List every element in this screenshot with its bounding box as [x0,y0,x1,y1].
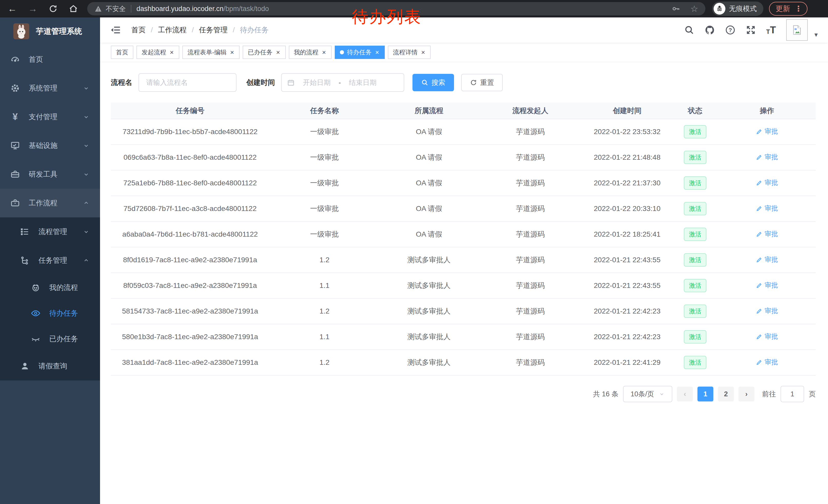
eye-closed-icon [31,334,41,344]
browser-forward-button[interactable]: → [28,4,37,13]
monitor-icon [10,141,20,150]
cell-initiator: 芋道源码 [479,196,582,222]
cell-task-id: 75d72608-7b7f-11ec-a3c8-acde48001122 [111,196,269,222]
approve-link[interactable]: 审批 [756,358,778,367]
goto-page-input[interactable] [781,386,804,402]
browser-reload-button[interactable] [49,4,57,13]
sidebar-item-payment[interactable]: ¥ 支付管理 [0,102,100,131]
approve-link[interactable]: 审批 [756,204,778,213]
bookmark-star-icon[interactable]: ☆ [691,4,698,14]
process-name-input[interactable] [138,73,237,92]
toolbox-icon [10,170,20,179]
sidebar-item-process-mgmt[interactable]: 流程管理 [0,217,100,246]
close-icon[interactable]: × [421,49,425,56]
cell-process: OA 请假 [380,145,479,170]
sidebar-item-system[interactable]: 系统管理 [0,74,100,102]
next-page-button[interactable]: › [739,386,754,402]
start-date-input[interactable] [296,79,337,87]
prev-page-button[interactable]: ‹ [677,386,693,402]
breadcrumb-item-home[interactable]: 首页 [131,25,146,35]
browser-update-button[interactable]: 更新 ⋮ [769,2,808,16]
browser-back-button[interactable]: ← [8,4,17,13]
close-icon[interactable]: × [169,49,174,56]
sidebar-item-my-process[interactable]: 我的流程 [0,275,100,301]
approve-link[interactable]: 审批 [756,281,778,290]
sidebar-item-leave-query[interactable]: 请假查询 [0,352,100,380]
col-header-actions: 操作 [718,102,816,119]
approve-link[interactable]: 审批 [756,332,778,341]
sidebar-item-workflow[interactable]: 工作流程 [0,189,100,217]
fullscreen-icon[interactable] [746,25,756,35]
incognito-icon [714,3,726,15]
sidebar-collapse-icon[interactable] [110,25,121,35]
sidebar: 芋道管理系统 首页 系统管理 ¥ 支付管理 基础设施 研发工具 工作 [0,17,100,504]
app-logo-avatar [13,23,29,39]
browser-home-button[interactable] [69,4,78,13]
browser-menu-icon[interactable]: ⋮ [795,5,802,12]
address-bar[interactable]: 不安全 dashboard.yudao.iocoder.cn/bpm/task/… [87,2,705,15]
cell-create-time: 2022-01-22 23:53:32 [582,119,672,145]
page-size-select[interactable]: 10条/页 [623,386,672,402]
tab-home[interactable]: 首页 [111,46,133,59]
cell-create-time: 2022-01-22 20:33:10 [582,196,672,222]
sidebar-item-infra[interactable]: 基础设施 [0,131,100,160]
tab-process-form-edit[interactable]: 流程表单-编辑× [182,46,240,59]
close-icon[interactable]: × [322,49,327,56]
font-size-icon[interactable]: TT [766,25,776,35]
search-button[interactable]: 搜索 [412,74,454,91]
goto-unit-label: 页 [809,390,816,399]
tab-todo-tasks[interactable]: 待办任务× [335,46,385,59]
cell-task-name: 1.2 [269,247,380,273]
security-label[interactable]: 不安全 [106,4,126,13]
page-button-2[interactable]: 2 [718,386,734,402]
close-icon[interactable]: × [276,49,280,56]
tab-process-detail[interactable]: 流程详情× [388,46,431,59]
page-button-1[interactable]: 1 [697,386,713,402]
col-header-task-id: 任务编号 [111,102,269,119]
approve-link[interactable]: 审批 [756,152,778,162]
tab-start-process[interactable]: 发起流程× [136,46,179,59]
tab-done-tasks[interactable]: 已办任务× [243,46,286,59]
cell-initiator: 芋道源码 [479,222,582,247]
calendar-icon [287,79,295,87]
date-range-picker[interactable]: - [281,73,404,92]
search-icon[interactable] [684,25,694,35]
url-divider [131,5,131,12]
sidebar-item-done-tasks[interactable]: 已办任务 [0,326,100,352]
top-navbar: 首页 / 工作流程 / 任务管理 / 待办任务 ? TT ▾ [100,17,828,43]
end-date-input[interactable] [342,79,383,87]
close-icon[interactable]: × [375,49,380,56]
cell-task-id: 069c6a63-7b8a-11ec-8ef0-acde48001122 [111,145,269,170]
cell-task-id: 73211d9d-7b9b-11ec-b5b7-acde48001122 [111,119,269,145]
url-host: dashboard.yudao.iocoder.cn [136,5,223,13]
table-row: 381aa1dd-7ac8-11ec-a9e2-a2380e71991a1.2测… [111,350,816,375]
help-icon[interactable]: ? [725,25,735,35]
cell-task-name: 一级审批 [269,222,380,247]
sidebar-item-todo-tasks[interactable]: 待办任务 [0,301,100,326]
reset-button[interactable]: 重置 [461,74,503,91]
edit-pencil-icon [756,231,762,237]
sidebar-item-home[interactable]: 首页 [0,45,100,74]
filter-bar: 流程名 创建时间 - 搜索 重置 [111,73,816,92]
approve-link[interactable]: 审批 [756,178,778,187]
user-avatar-broken-image[interactable] [786,19,808,41]
refresh-icon [470,79,477,86]
approve-link[interactable]: 审批 [756,306,778,315]
sidebar-item-task-mgmt[interactable]: 任务管理 [0,246,100,275]
approve-link[interactable]: 审批 [756,255,778,264]
cell-task-id: 8f0d1619-7ac8-11ec-a9e2-a2380e71991a [111,247,269,273]
status-badge: 激活 [684,125,706,138]
page-content: 流程名 创建时间 - 搜索 重置 [100,62,828,402]
app-logo-row[interactable]: 芋道管理系统 [0,17,100,45]
approve-link[interactable]: 审批 [756,229,778,238]
user-menu-caret-icon[interactable]: ▾ [815,31,818,41]
approve-link[interactable]: 审批 [756,127,778,136]
tab-my-process[interactable]: 我的流程× [289,46,332,59]
cell-task-name: 一级审批 [269,145,380,170]
password-key-icon[interactable] [671,4,680,13]
close-icon[interactable]: × [230,49,235,56]
sidebar-item-devtools[interactable]: 研发工具 [0,160,100,189]
edit-pencil-icon [756,179,762,186]
github-icon[interactable] [705,25,715,35]
date-range-separator: - [339,79,341,87]
